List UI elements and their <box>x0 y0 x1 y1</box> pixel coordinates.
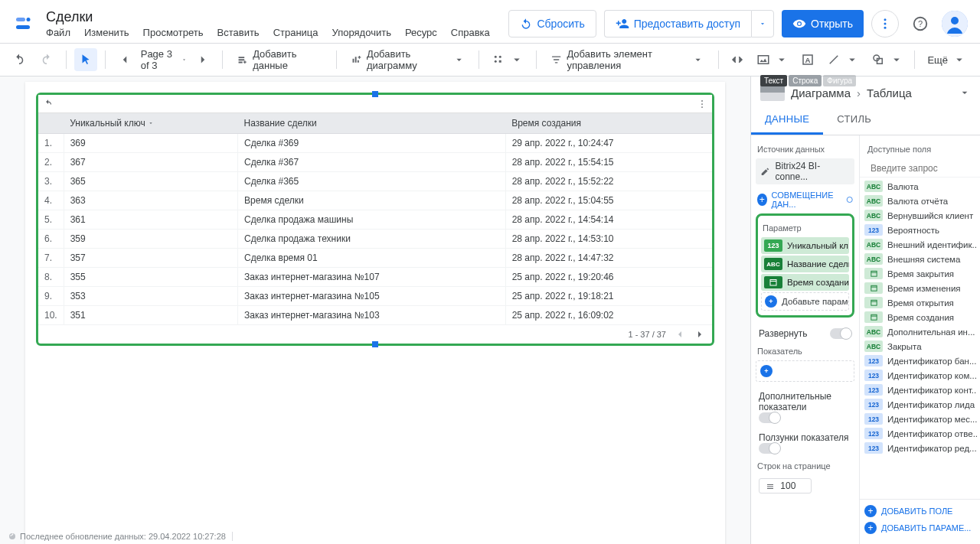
table-row[interactable]: 1. 369 Сделка #369 29 апр. 2022 г., 10:2… <box>38 134 712 153</box>
redo-button[interactable] <box>35 48 58 71</box>
available-field[interactable]: ABCВалюта <box>863 179 977 194</box>
revert-icon[interactable] <box>43 99 54 109</box>
available-field[interactable]: 123Идентификатор конт... <box>863 383 977 397</box>
available-field[interactable]: 123Идентификатор ком... <box>863 368 977 383</box>
menu-help[interactable]: Справка <box>451 27 490 38</box>
menu-page[interactable]: Страница <box>273 27 318 38</box>
more-button[interactable]: Ещё <box>921 48 972 71</box>
crumb-chart[interactable]: Диаграмма <box>791 86 851 99</box>
selected-chart-table[interactable]: Уникальный ключ Название сделки Время со… <box>36 93 714 346</box>
menu-arrange[interactable]: Упорядочить <box>332 27 391 38</box>
pager-next-icon[interactable] <box>694 328 706 340</box>
crumb-table[interactable]: Таблица <box>867 86 912 99</box>
add-param-link[interactable]: +ДОБАВИТЬ ПАРАМЕ... <box>863 520 977 536</box>
add-dimension[interactable]: +Добавьте параметр <box>761 292 849 311</box>
menu-edit[interactable]: Изменить <box>84 27 129 38</box>
available-field[interactable]: 123Идентификатор мес... <box>863 412 977 426</box>
image-button[interactable] <box>752 48 793 71</box>
available-field[interactable]: 123Идентификатор лида <box>863 397 977 412</box>
table-row[interactable]: 2. 367 Сделка #367 28 апр. 2022 г., 15:5… <box>38 153 712 172</box>
report-canvas[interactable]: Уникальный ключ Название сделки Время со… <box>25 82 725 544</box>
help-button[interactable]: ? <box>906 10 934 37</box>
menu-file[interactable]: Файл <box>46 27 70 38</box>
available-field[interactable]: ABCВнешняя система <box>863 252 977 266</box>
add-field-link[interactable]: +ДОБАВИТЬ ПОЛЕ <box>863 503 977 520</box>
table-row[interactable]: 7. 357 Сделка время 01 28 апр. 2022 г., … <box>38 249 712 268</box>
table-row[interactable]: 10. 351 Заказ интернет-магазина №103 25 … <box>38 306 712 325</box>
more-options-button[interactable] <box>871 10 899 37</box>
col-name[interactable]: Название сделки <box>238 113 506 134</box>
col-index[interactable] <box>38 113 64 134</box>
embed-button[interactable] <box>726 48 749 71</box>
tab-data[interactable]: ДАННЫЕ <box>751 106 823 135</box>
refresh-icon[interactable] <box>8 532 17 541</box>
available-field[interactable]: Время закрытия <box>863 266 977 281</box>
menu-resource[interactable]: Ресурс <box>405 27 437 38</box>
tab-style[interactable]: СТИЛЬ <box>823 106 885 135</box>
field-list[interactable]: ABCВалютаABCВалюта отчётаABCВернувшийся … <box>860 178 980 499</box>
available-field[interactable]: ABCЗакрыта <box>863 339 977 353</box>
table-row[interactable]: 4. 363 Время сделки 28 апр. 2022 г., 15:… <box>38 191 712 210</box>
dimension-chip[interactable]: 123Уникальный кл... <box>761 237 849 254</box>
available-field[interactable]: 123Идентификатор ред... <box>863 441 977 455</box>
more-vert-icon[interactable] <box>697 99 707 109</box>
app-logo[interactable] <box>12 13 34 34</box>
user-avatar[interactable] <box>942 11 968 37</box>
table-row[interactable]: 8. 355 Заказ интернет-магазина №107 25 а… <box>38 268 712 287</box>
table-row[interactable]: 9. 353 Заказ интернет-магазина №105 25 а… <box>38 287 712 306</box>
menu-view[interactable]: Просмотреть <box>143 27 204 38</box>
add-data-button[interactable]: Добавить данные <box>230 48 328 71</box>
cell-time: 28 апр. 2022 г., 15:04:55 <box>505 191 712 210</box>
pager-prev-icon[interactable] <box>674 328 686 340</box>
dimension-chip[interactable]: Время создания <box>761 274 849 291</box>
add-metric[interactable]: + <box>756 360 854 382</box>
extra-metrics-toggle[interactable] <box>759 412 780 423</box>
dimension-chip[interactable]: ABCНазвание сделки <box>761 256 849 272</box>
blend-data-link[interactable]: + СОВМЕЩЕНИЕ ДАН... <box>756 187 854 212</box>
config-column[interactable]: Источник данных Bitrix24 BI-conne... + С… <box>751 135 860 544</box>
pointer-tool[interactable] <box>74 48 97 71</box>
panel-collapse[interactable] <box>959 86 971 99</box>
menu-insert[interactable]: Вставить <box>217 27 260 38</box>
table-row[interactable]: 5. 361 Сделка продажа машины 28 апр. 202… <box>38 210 712 230</box>
metric-sliders-toggle[interactable] <box>759 443 780 454</box>
available-field[interactable]: Время изменения <box>863 281 977 295</box>
add-control-button[interactable]: Добавить элемент управления <box>544 48 710 71</box>
text-button[interactable]: A <box>796 48 819 71</box>
datasource-chip[interactable]: Bitrix24 BI-conne... <box>756 158 854 184</box>
prev-page[interactable] <box>113 48 136 71</box>
available-field[interactable]: ABCВалюта отчёта <box>863 194 977 208</box>
col-key[interactable]: Уникальный ключ <box>64 113 237 134</box>
next-page[interactable] <box>191 48 214 71</box>
available-field[interactable]: 123Вероятность <box>863 223 977 237</box>
open-button[interactable]: Открыть <box>782 10 864 37</box>
available-field[interactable]: Время создания <box>863 310 977 324</box>
line-button[interactable] <box>822 48 864 71</box>
eye-icon <box>792 17 806 31</box>
resize-handle-top[interactable] <box>372 91 378 97</box>
share-dropdown[interactable] <box>751 10 774 37</box>
table-row[interactable]: 3. 365 Сделка #365 28 апр. 2022 г., 15:5… <box>38 172 712 191</box>
shape-button[interactable] <box>867 48 908 71</box>
col-time[interactable]: Время создания <box>505 113 712 134</box>
table-row[interactable]: 6. 359 Сделка продажа техники 28 апр. 20… <box>38 230 712 249</box>
reset-button[interactable]: Сбросить <box>508 10 596 37</box>
undo-button[interactable] <box>8 48 31 71</box>
rows-select[interactable]: 100 <box>759 478 812 494</box>
field-search-input[interactable] <box>871 163 980 174</box>
available-field[interactable]: 123Идентификатор бан... <box>863 353 977 368</box>
available-field[interactable]: ABCВернувшийся клиент <box>863 208 977 223</box>
available-field[interactable]: ABCДополнительная ин... <box>863 324 977 339</box>
canvas-scroll[interactable]: Уникальный ключ Название сделки Время со… <box>0 77 750 544</box>
available-field[interactable]: 123Идентификатор отве... <box>863 426 977 441</box>
available-field[interactable]: ABCВнешний идентифик... <box>863 237 977 252</box>
resize-handle-bottom[interactable] <box>372 341 378 347</box>
share-button[interactable]: Предоставить доступ <box>604 10 751 37</box>
add-chart-button[interactable]: Добавить диаграмму <box>345 48 472 71</box>
doc-title[interactable]: Сделки <box>46 9 490 25</box>
page-indicator[interactable]: Page 3 of 3 <box>141 48 177 71</box>
chart-type-icon[interactable] <box>760 84 785 101</box>
community-viz-button[interactable] <box>487 48 528 71</box>
available-field[interactable]: Время открытия <box>863 295 977 310</box>
expand-toggle[interactable] <box>830 328 851 339</box>
